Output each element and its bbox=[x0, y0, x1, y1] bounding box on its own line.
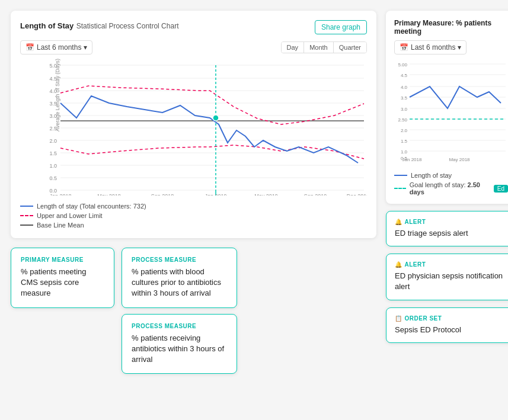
alert-label-1: 🔔 ALERT bbox=[395, 219, 507, 225]
order-set-label: 📋 ORDER SET bbox=[395, 315, 507, 322]
toggle-quarter[interactable]: Quarter bbox=[334, 42, 366, 53]
process-label-1: PROCESS MEASURE bbox=[132, 257, 227, 263]
date-filter-label: Last 6 months bbox=[37, 43, 81, 52]
svg-text:0.5: 0.5 bbox=[49, 175, 57, 181]
toggle-month[interactable]: Month bbox=[304, 42, 334, 53]
right-legend-blue bbox=[394, 175, 407, 176]
svg-point-24 bbox=[213, 115, 219, 121]
legend-baseline: Base Line Mean bbox=[20, 222, 367, 229]
process-text-1: % patients with blood cultures prior to … bbox=[132, 267, 227, 299]
svg-text:Sep 2018: Sep 2018 bbox=[151, 193, 174, 195]
right-chart-svg: 5.00 4.5 4.0 3.5 3.0 2.50 2.0 1.5 1.0 0.… bbox=[394, 59, 507, 166]
process-text-2: % patients receiving antibiotics within … bbox=[132, 333, 227, 366]
right-date-filter[interactable]: 📅 Last 6 months ▾ bbox=[394, 40, 467, 54]
right-legend-teal bbox=[394, 188, 406, 189]
alert-text-2: ED physician sepsis notification alert bbox=[395, 271, 507, 292]
svg-text:5.00: 5.00 bbox=[398, 62, 407, 68]
right-chevron-icon: ▾ bbox=[458, 43, 461, 52]
chart-legend: Length of stay (Total encounters: 732) U… bbox=[20, 203, 367, 229]
edit-badge[interactable]: Ed bbox=[494, 185, 508, 193]
alert-card-physician: 🔔 ALERT ED physician sepsis notification… bbox=[386, 254, 508, 300]
right-legend: Length of stay Goal length of stay: 2.50… bbox=[394, 172, 508, 195]
right-legend-los: Length of stay bbox=[394, 172, 508, 179]
chart-title-main: Length of Stay bbox=[20, 21, 74, 30]
bell-icon-2: 🔔 bbox=[395, 261, 402, 268]
svg-text:Jan 2018: Jan 2018 bbox=[49, 193, 71, 195]
main-chart-svg: 5.0 4.5 4.0 3.5 3.0 2.5 2.0 1.5 1.0 0.5 … bbox=[44, 59, 367, 195]
svg-text:2.50: 2.50 bbox=[398, 117, 407, 123]
order-set-text: Sepsis ED Protocol bbox=[395, 325, 507, 335]
alert-text-1: ED triage sepsis alert bbox=[395, 228, 507, 239]
svg-text:1.0: 1.0 bbox=[401, 149, 408, 155]
main-chart-area: Average Length of Stay (Days) 5.0 4.5 4.… bbox=[44, 59, 367, 198]
svg-text:Jan 2018: Jan 2018 bbox=[402, 157, 422, 162]
bottom-row: PRIMARY MEASURE % patients meeting CMS s… bbox=[11, 248, 376, 374]
y-axis-label: Average Length of Stay (Days) bbox=[55, 59, 60, 132]
svg-text:May 2019: May 2019 bbox=[254, 193, 278, 195]
svg-text:Dec 2019: Dec 2019 bbox=[347, 193, 367, 195]
svg-text:1.0: 1.0 bbox=[49, 163, 57, 169]
bell-icon-1: 🔔 bbox=[395, 219, 402, 225]
alert-card-triage: 🔔 ALERT ED triage sepsis alert bbox=[386, 211, 508, 246]
chart-subtitle: Statistical Process Control Chart bbox=[76, 22, 179, 30]
legend-dashed-red bbox=[20, 215, 33, 216]
chart-title: Length of Stay Statistical Process Contr… bbox=[20, 20, 178, 31]
svg-text:Jan 2019: Jan 2019 bbox=[205, 193, 226, 195]
svg-text:Sep 2019: Sep 2019 bbox=[304, 193, 327, 195]
toggle-day[interactable]: Day bbox=[282, 42, 305, 53]
chart-header: Length of Stay Statistical Process Contr… bbox=[20, 20, 367, 34]
legend-length-of-stay: Length of stay (Total encounters: 732) bbox=[20, 203, 367, 210]
svg-text:1.5: 1.5 bbox=[49, 150, 57, 156]
legend-upper-lower: Upper and Lower Limit bbox=[20, 212, 367, 219]
primary-text: % patients meeting CMS sepsis core measu… bbox=[21, 267, 104, 299]
alert-label-2: 🔔 ALERT bbox=[395, 261, 507, 268]
svg-text:1.5: 1.5 bbox=[401, 139, 408, 144]
order-set-icon: 📋 bbox=[395, 315, 402, 322]
right-calendar-icon: 📅 bbox=[400, 43, 408, 52]
primary-label: PRIMARY MEASURE bbox=[21, 257, 104, 263]
share-graph-button[interactable]: Share graph bbox=[315, 20, 367, 34]
legend-solid-dark bbox=[20, 225, 33, 226]
right-chart-title: Primary Measure: % patients meeting bbox=[394, 19, 508, 36]
svg-text:3.5: 3.5 bbox=[401, 95, 408, 101]
process-cards-group: PROCESS MEASURE % patients with blood cu… bbox=[122, 248, 237, 374]
order-set-card: 📋 ORDER SET Sepsis ED Protocol bbox=[386, 307, 508, 343]
process-measure-card-2: PROCESS MEASURE % patients receiving ant… bbox=[122, 314, 237, 374]
chevron-down-icon: ▾ bbox=[84, 43, 87, 52]
right-panel: Primary Measure: % patients meeting 📅 La… bbox=[386, 11, 508, 420]
svg-text:May 2018: May 2018 bbox=[97, 193, 121, 195]
process-label-2: PROCESS MEASURE bbox=[132, 323, 227, 329]
right-chart-card: Primary Measure: % patients meeting 📅 La… bbox=[386, 11, 508, 204]
svg-text:4.0: 4.0 bbox=[401, 85, 408, 90]
svg-text:2.0: 2.0 bbox=[401, 128, 408, 133]
svg-text:4.5: 4.5 bbox=[401, 73, 408, 78]
right-legend-goal: Goal length of stay: 2.50 days Ed bbox=[394, 181, 508, 195]
svg-text:3.0: 3.0 bbox=[401, 107, 408, 112]
legend-solid-blue bbox=[20, 206, 33, 207]
main-chart-card: Length of Stay Statistical Process Contr… bbox=[11, 11, 376, 238]
primary-measure-card: PRIMARY MEASURE % patients meeting CMS s… bbox=[11, 248, 114, 308]
svg-text:May 2018: May 2018 bbox=[449, 157, 470, 162]
filter-row: 📅 Last 6 months ▾ Day Month Quarter bbox=[20, 40, 367, 54]
right-date-label: Last 6 months bbox=[411, 43, 455, 52]
svg-text:2.0: 2.0 bbox=[49, 138, 57, 144]
time-toggle-group: Day Month Quarter bbox=[281, 41, 367, 53]
calendar-icon: 📅 bbox=[25, 43, 34, 52]
date-filter-dropdown[interactable]: 📅 Last 6 months ▾ bbox=[20, 40, 92, 54]
process-measure-card-1: PROCESS MEASURE % patients with blood cu… bbox=[122, 248, 237, 308]
